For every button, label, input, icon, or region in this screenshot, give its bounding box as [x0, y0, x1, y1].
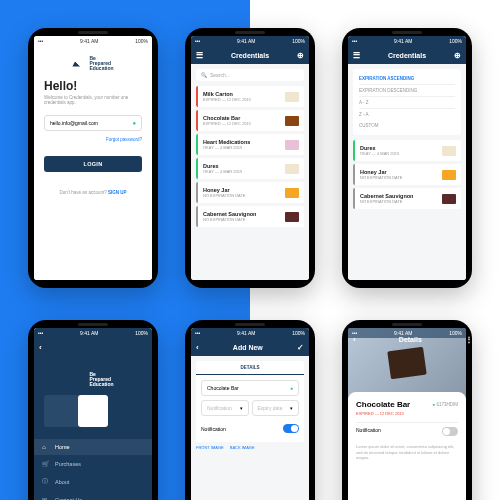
thumbnail — [285, 92, 299, 102]
page-title: Credentials — [231, 52, 269, 59]
list-item[interactable]: DurexOKAY — 4 MAR 2019 — [196, 158, 304, 179]
menu-icon[interactable]: ☰ — [353, 51, 360, 60]
list-item[interactable]: DurexOKAY — 4 MAR 2019 — [353, 140, 461, 161]
search-input[interactable]: 🔍 Search... — [196, 69, 304, 81]
nav-item[interactable]: ⓘAbout — [34, 472, 152, 491]
thumbnail — [285, 164, 299, 174]
phone-credentials: •••9:41 AM100% ☰ Credentials ⊕ 🔍 Search.… — [185, 28, 315, 288]
list-item[interactable]: Chocolate BarEXPIRED — 12 DEC 2019 — [196, 110, 304, 131]
list-item[interactable]: Cabernet SauvignonNO EXPIRATION DATE — [353, 188, 461, 209]
battery: 100% — [135, 38, 148, 44]
add-icon[interactable]: ⊕ — [297, 51, 304, 60]
phone-add: •••9:41 AM100% ‹ Add New ✓ DETAILS Choco… — [185, 320, 315, 500]
header: ‹ Add New ✓ — [191, 338, 309, 356]
save-icon[interactable]: ✓ — [297, 343, 304, 352]
email-field[interactable]: hello.info@gmail.com ● — [44, 115, 142, 131]
list-item[interactable]: Cabernet SauvignonNO EXPIRATION DATE — [196, 206, 304, 227]
nav-icon: ✉ — [42, 496, 50, 500]
notification-field[interactable]: Notification▾ — [201, 400, 249, 416]
subtitle: Welcome to Credentials, your number one … — [44, 95, 142, 105]
back-image-link[interactable]: BACK IMAGE — [230, 445, 255, 450]
thumbnail — [442, 194, 456, 204]
sort-option[interactable]: Z - A — [359, 109, 455, 120]
thumbnail — [285, 188, 299, 198]
phone-sort: •••9:41 AM100% ☰ Credentials ⊕ EXPIRATIO… — [342, 28, 472, 288]
nav-item[interactable]: ⌂Home — [34, 439, 152, 455]
tab-details[interactable]: DETAILS — [196, 361, 304, 375]
nav-icon: 🛒 — [42, 460, 50, 467]
carousel[interactable] — [44, 395, 104, 427]
nav-icon: ⌂ — [42, 444, 50, 450]
sort-option[interactable]: A - Z — [359, 97, 455, 109]
eagle-icon — [72, 375, 86, 385]
thumbnail — [285, 212, 299, 222]
status-bar: •••9:41 AM100% — [34, 328, 152, 338]
list-item[interactable]: Honey JarNO EXPIRATION DATE — [353, 164, 461, 185]
more-icon[interactable]: ⋮ — [465, 335, 466, 344]
page-title: Details — [399, 336, 422, 343]
nav-item[interactable]: 🛒Purchases — [34, 455, 152, 472]
front-image-link[interactable]: FRONT IMAGE — [196, 445, 224, 450]
sort-option[interactable]: EXPIRATION ASCENDING — [359, 73, 455, 85]
header: ‹ — [34, 338, 152, 356]
sort-panel: EXPIRATION ASCENDINGEXPIRATION DESCENDIN… — [353, 69, 461, 135]
toggle-switch[interactable] — [283, 424, 299, 433]
toggle-switch[interactable] — [442, 427, 458, 436]
thumbnail — [285, 140, 299, 150]
eagle-icon — [72, 59, 86, 69]
greeting: Hello! — [44, 79, 142, 93]
status-bar: •••9:41 AM100% — [191, 36, 309, 46]
login-button[interactable]: LOGIN — [44, 156, 142, 172]
header: ‹ Details ⋮ — [348, 330, 466, 348]
phone-details: •••9:41 AM100% ‹ Details ⋮ Chocolate Bar… — [342, 320, 472, 500]
expiry-field[interactable]: Expiry date▾ — [252, 400, 300, 416]
signup-prompt: Don't have an account? SIGN UP — [44, 190, 142, 195]
list-item[interactable]: Milk CartonEXPIRED — 12 DEC 2019 — [196, 86, 304, 107]
item-name: Chocolate Bar — [356, 400, 410, 409]
sort-option[interactable]: EXPIRATION DESCENDING — [359, 85, 455, 97]
page-title: Add New — [233, 344, 263, 351]
brand-logo: BePreparedEducation — [34, 372, 152, 387]
header: ☰ Credentials ⊕ — [191, 46, 309, 64]
signup-link[interactable]: SIGN UP — [108, 190, 127, 195]
carrier: ••• — [38, 38, 43, 44]
item-status: EXPIRED — 12 DEC 2019 — [356, 411, 458, 416]
clock: 9:41 AM — [80, 38, 98, 44]
forgot-password-link[interactable]: Forgot password? — [44, 137, 142, 142]
tabs: DETAILS — [196, 361, 304, 375]
status-bar: •••9:41 AM100% — [348, 36, 466, 46]
add-icon[interactable]: ⊕ — [454, 51, 461, 60]
name-field[interactable]: Chocolate Bar● — [201, 380, 299, 396]
back-icon[interactable]: ‹ — [39, 343, 42, 352]
nav-item[interactable]: ✉Contact Us — [34, 491, 152, 500]
check-icon: ● — [290, 385, 293, 391]
brand-logo: BePreparedEducation — [44, 56, 142, 71]
back-icon[interactable]: ‹ — [196, 343, 199, 352]
status-bar: •••9:41 AM100% — [191, 328, 309, 338]
sort-custom[interactable]: CUSTOM — [359, 120, 455, 131]
thumbnail — [442, 170, 456, 180]
description: Lorem ipsum dolor sit amet, consectetur … — [356, 444, 458, 461]
phone-login: ••• 9:41 AM 100% BePreparedEducation Hel… — [28, 28, 158, 288]
back-icon[interactable]: ‹ — [353, 335, 356, 344]
search-icon: 🔍 — [201, 72, 207, 78]
check-icon: ● — [132, 120, 136, 126]
notification-toggle-row: Notification — [201, 420, 299, 437]
thumbnail — [442, 146, 456, 156]
item-id: 6173HDIM — [433, 402, 458, 407]
nav-icon: ⓘ — [42, 477, 50, 486]
list-item[interactable]: Honey JarNO EXPIRATION DATE — [196, 182, 304, 203]
thumbnail — [285, 116, 299, 126]
header: ☰ Credentials ⊕ — [348, 46, 466, 64]
list-item[interactable]: Heart MedicationsOKAY — 4 MAR 2019 — [196, 134, 304, 155]
status-bar: ••• 9:41 AM 100% — [34, 36, 152, 46]
calendar-icon: ▾ — [290, 405, 293, 411]
chevron-down-icon: ▾ — [240, 405, 243, 411]
phone-nav: •••9:41 AM100% ‹ BePreparedEducation ⌂Ho… — [28, 320, 158, 500]
menu-icon[interactable]: ☰ — [196, 51, 203, 60]
